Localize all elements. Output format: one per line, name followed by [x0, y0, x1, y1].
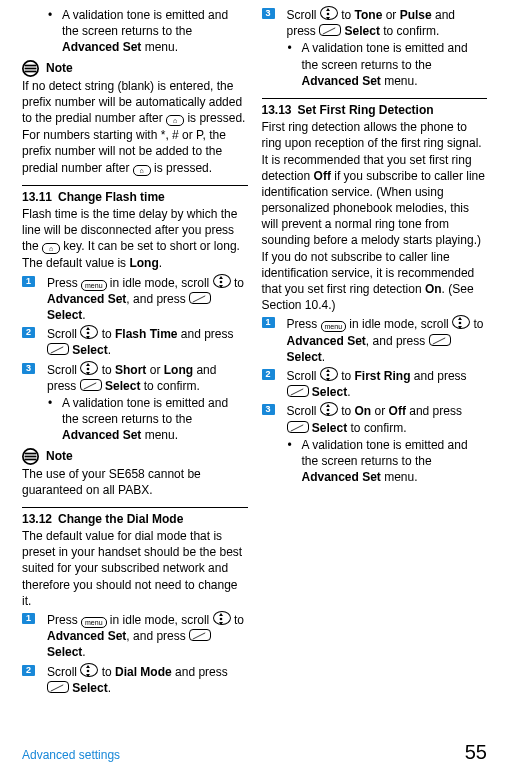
footer-page-number: 55 — [465, 739, 487, 766]
menu-key-icon: menu — [81, 280, 107, 291]
note-body: The use of your SE658 cannot be guarante… — [22, 466, 248, 498]
hangup-key-icon: ⌂ — [133, 165, 151, 176]
softkey-icon — [287, 421, 309, 433]
menu-key-icon: menu — [321, 321, 347, 332]
nav-key-icon — [320, 6, 338, 20]
validation-bullet: • A validation tone is emitted and the s… — [22, 7, 248, 56]
step-text: Scroll to First Ring and press Select. — [287, 367, 488, 400]
section-13-11-title: 13.11Change Flash time — [22, 189, 248, 205]
validation-bullet: • A validation tone is emitted and the s… — [262, 40, 488, 89]
step-text: Press menu in idle mode, scroll to Advan… — [287, 315, 488, 365]
step-number-badge: 2 — [22, 665, 35, 676]
section-13-12-intro: The default value for dial mode that is … — [22, 528, 248, 609]
step-number-badge: 2 — [262, 369, 275, 380]
hangup-key-icon: ⌂ — [42, 243, 60, 254]
note-body-2: For numbers starting with *, # or P, the… — [22, 127, 248, 176]
menu-key-icon: menu — [81, 617, 107, 628]
step-3: 3 Scroll to Short or Long and press Sele… — [22, 361, 248, 394]
section-13-13-intro: First ring detection allows the phone to… — [262, 119, 488, 313]
nav-key-icon — [320, 402, 338, 416]
step-text: Scroll to Tone or Pulse and press Select… — [287, 6, 488, 39]
step-2: 2 Scroll to First Ring and press Select. — [262, 367, 488, 400]
step-number-badge: 1 — [22, 276, 35, 287]
note-body-1: If no detect string (blank) is entered, … — [22, 78, 248, 127]
step-text: Scroll to Dial Mode and press Select. — [47, 663, 248, 696]
section-13-12-title: 13.12Change the Dial Mode — [22, 511, 248, 527]
nav-key-icon — [213, 274, 231, 288]
step-text: Scroll to Flash Time and press Select. — [47, 325, 248, 358]
step-1: 1 Press menu in idle mode, scroll to Adv… — [22, 274, 248, 324]
bullet-dot: • — [48, 7, 62, 23]
bullet-text: A validation tone is emitted and the scr… — [302, 40, 488, 89]
softkey-icon — [189, 292, 211, 304]
step-2: 2 Scroll to Dial Mode and press Select. — [22, 663, 248, 696]
hangup-key-icon: ⌂ — [166, 115, 184, 126]
step-3: 3 Scroll to On or Off and press Select t… — [262, 402, 488, 435]
bullet-text: A validation tone is emitted and the scr… — [62, 395, 248, 444]
footer-section-name: Advanced settings — [22, 747, 120, 763]
softkey-icon — [319, 24, 341, 36]
step-1: 1 Press menu in idle mode, scroll to Adv… — [22, 611, 248, 661]
softkey-icon — [189, 629, 211, 641]
bullet-dot: • — [48, 395, 62, 411]
step-number-badge: 2 — [22, 327, 35, 338]
page-footer: Advanced settings 55 — [22, 739, 487, 766]
note-label: Note — [46, 448, 73, 464]
note-icon — [22, 448, 39, 465]
softkey-icon — [287, 385, 309, 397]
nav-key-icon — [80, 361, 98, 375]
validation-bullet: • A validation tone is emitted and the s… — [262, 437, 488, 486]
step-3: 3 Scroll to Tone or Pulse and press Sele… — [262, 6, 488, 39]
note-icon — [22, 60, 39, 77]
divider — [22, 507, 248, 508]
softkey-icon — [80, 379, 102, 391]
section-13-11-default: The default value is Long. — [22, 255, 248, 271]
note-label: Note — [46, 60, 73, 76]
step-number-badge: 3 — [262, 404, 275, 415]
section-13-11-intro: Flash time is the time delay by which th… — [22, 206, 248, 255]
bullet-dot: • — [288, 437, 302, 453]
bullet-text: A validation tone is emitted and the scr… — [302, 437, 488, 486]
step-text: Press menu in idle mode, scroll to Advan… — [47, 274, 248, 324]
section-13-13-title: 13.13Set First Ring Detection — [262, 102, 488, 118]
step-text: Scroll to On or Off and press Select to … — [287, 402, 488, 435]
step-text: Press menu in idle mode, scroll to Advan… — [47, 611, 248, 661]
divider — [262, 98, 488, 99]
note-header: Note — [22, 448, 248, 465]
step-number-badge: 3 — [22, 363, 35, 374]
nav-key-icon — [80, 663, 98, 677]
divider — [22, 185, 248, 186]
nav-key-icon — [213, 611, 231, 625]
nav-key-icon — [452, 315, 470, 329]
softkey-icon — [429, 334, 451, 346]
bullet-text: A validation tone is emitted and the scr… — [62, 7, 248, 56]
softkey-icon — [47, 343, 69, 355]
nav-key-icon — [80, 325, 98, 339]
validation-bullet: • A validation tone is emitted and the s… — [22, 395, 248, 444]
nav-key-icon — [320, 367, 338, 381]
softkey-icon — [47, 681, 69, 693]
note-header: Note — [22, 60, 248, 77]
step-number-badge: 3 — [262, 8, 275, 19]
bullet-dot: • — [288, 40, 302, 56]
step-number-badge: 1 — [22, 613, 35, 624]
step-2: 2 Scroll to Flash Time and press Select. — [22, 325, 248, 358]
step-number-badge: 1 — [262, 317, 275, 328]
step-1: 1 Press menu in idle mode, scroll to Adv… — [262, 315, 488, 365]
step-text: Scroll to Short or Long and press Select… — [47, 361, 248, 394]
